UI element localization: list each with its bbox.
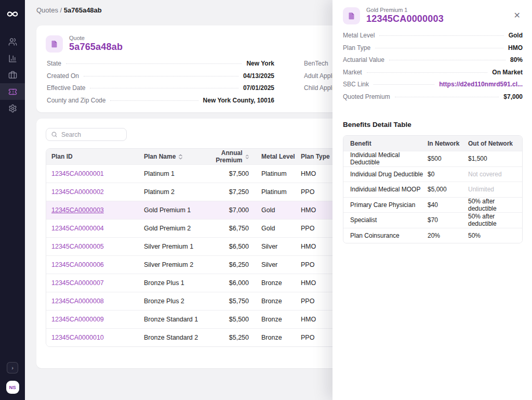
cell-annual-premium: $6,750	[201, 225, 249, 232]
cell-in-network: $0	[428, 171, 468, 178]
plan-id-link[interactable]: 12345CA0000001	[51, 170, 104, 177]
plan-id-link[interactable]: 12345CA0000005	[51, 243, 104, 250]
users-icon	[8, 37, 17, 46]
detail-label: Metal Level	[343, 32, 375, 39]
gear-icon	[8, 104, 17, 113]
cell-plan-id: 12345CA0000006	[51, 261, 144, 268]
detail-row: SBC Linkhttps://d2ed110nmrd591.cl...	[343, 81, 523, 93]
plan-id-link[interactable]: 12345CA0000010	[51, 334, 104, 341]
plan-id-link[interactable]: 12345CA0000007	[51, 279, 104, 287]
dotted-leader	[367, 72, 488, 73]
plan-id-link[interactable]: 12345CA0000004	[51, 225, 104, 232]
benefits-table: Benefit In Network Out of Network Indivi…	[343, 135, 523, 243]
detail-label: BenTech	[304, 60, 328, 67]
detail-row: Effective Date07/01/2025	[47, 84, 274, 97]
app-screen: › NS Quotes / 5a765a48ab Quote 5a765a48a…	[0, 0, 532, 400]
dotted-leader	[379, 35, 503, 36]
plan-id-link[interactable]: 12345CA0000008	[51, 298, 104, 305]
column-header-out-of-network: Out of Network	[468, 140, 522, 147]
cell-metal-level: Gold	[261, 225, 301, 232]
cell-metal-level: Bronze	[261, 298, 301, 305]
benefit-row: Primary Care Physician$4050% after deduc…	[343, 197, 522, 213]
sidebar: › NS	[0, 0, 25, 400]
dotted-leader	[375, 48, 503, 48]
detail-value: New York County, 10016	[203, 97, 274, 104]
search-input[interactable]	[61, 131, 122, 138]
app-logo[interactable]	[5, 8, 20, 22]
drawer-header: Gold Premium 1 12345CA0000003 ✕	[332, 0, 532, 24]
detail-label: Plan Type	[343, 44, 370, 51]
detail-row: Plan TypeHMO	[343, 44, 523, 57]
plan-document-icon-box	[343, 7, 360, 24]
cell-plan-name: Bronze Standard 1	[144, 316, 201, 323]
detail-label: SBC Link	[343, 81, 369, 88]
cell-out-of-network: Unlimited	[468, 186, 522, 193]
sidebar-item-settings[interactable]	[0, 100, 25, 117]
cell-benefit: Primary Care Physician	[350, 201, 428, 209]
detail-value: HMO	[508, 44, 523, 51]
sidebar-item-users[interactable]	[0, 33, 25, 50]
cell-annual-premium: $7,000	[201, 207, 249, 214]
cell-annual-premium: $5,250	[201, 334, 249, 341]
column-header-plan-name[interactable]: Plan Name	[144, 153, 201, 160]
column-header-benefit: Benefit	[350, 140, 428, 147]
detail-value-link[interactable]: https://d2ed110nmrd591.cl...	[439, 81, 523, 88]
benefit-row: Specialist$7050% after deductible	[343, 212, 522, 228]
detail-row: Quoted Premium$7,000	[343, 93, 523, 106]
close-icon[interactable]: ✕	[512, 9, 523, 22]
benefit-row: Individual Drug Deductible$0Not covered	[343, 166, 522, 182]
detail-value: 80%	[510, 56, 523, 63]
detail-label: Market	[343, 69, 362, 76]
sidebar-bottom: › NS	[6, 362, 19, 400]
cell-plan-name: Platinum 2	[144, 188, 201, 196]
detail-label: Quoted Premium	[343, 93, 390, 100]
detail-value: 07/01/2025	[243, 84, 274, 92]
cell-plan-id: 12345CA0000005	[51, 243, 144, 250]
detail-row: Metal LevelGold	[343, 32, 523, 44]
column-header-plan-id[interactable]: Plan ID	[51, 153, 144, 160]
plan-id-link[interactable]: 12345CA0000006	[51, 261, 104, 268]
column-header-annual-premium[interactable]: Annual Premium	[201, 149, 249, 164]
drawer-plan-id: 12345CA0000003	[366, 14, 444, 24]
cell-metal-level: Bronze	[261, 334, 301, 341]
cell-metal-level: Platinum	[261, 170, 301, 177]
cell-annual-premium: $7,250	[201, 188, 249, 196]
cell-plan-id: 12345CA0000008	[51, 298, 144, 305]
cell-plan-name: Silver Premium 1	[144, 243, 201, 250]
detail-value: On Market	[492, 69, 523, 76]
document-icon	[50, 40, 59, 48]
sidebar-item-business[interactable]	[0, 67, 25, 83]
detail-row: Actuarial Value80%	[343, 56, 523, 69]
column-header-metal-level[interactable]: Metal Level	[261, 153, 301, 160]
cell-out-of-network: 50%	[468, 232, 522, 239]
plans-search	[46, 128, 127, 141]
cell-metal-level: Bronze	[261, 279, 301, 287]
sidebar-item-analytics[interactable]	[0, 50, 25, 67]
detail-label: Effective Date	[47, 84, 85, 92]
user-avatar[interactable]: NS	[6, 381, 19, 394]
document-icon	[347, 11, 356, 20]
detail-label: State	[47, 60, 61, 67]
cell-benefit: Individual Medical Deductible	[350, 151, 428, 166]
sidebar-item-quotes[interactable]	[0, 83, 25, 100]
benefit-row: Plan Coinsurance20%50%	[343, 228, 522, 243]
column-header-in-network: In Network	[428, 140, 468, 147]
plan-id-link[interactable]: 12345CA0000002	[51, 188, 104, 196]
drawer-plan-name: Gold Premium 1	[366, 7, 444, 13]
sidebar-expand-button[interactable]: ›	[7, 362, 18, 373]
plan-id-link[interactable]: 12345CA0000009	[51, 316, 104, 323]
detail-label: Actuarial Value	[343, 56, 384, 63]
search-icon	[51, 131, 58, 138]
cell-plan-name: Gold Premium 1	[144, 207, 201, 214]
breadcrumb-section[interactable]: Quotes /	[36, 6, 64, 14]
quote-id-title: 5a765a48ab	[69, 42, 123, 53]
benefit-row: Individual Medical MOOP$5,000Unlimited	[343, 182, 522, 197]
cell-out-of-network: 50% after deductible	[468, 213, 522, 227]
sort-icon[interactable]	[245, 153, 249, 160]
detail-value: Gold	[509, 32, 523, 39]
sort-icon[interactable]	[178, 153, 183, 160]
cell-in-network: $5,000	[428, 186, 468, 193]
benefits-heading: Benefits Detail Table	[343, 121, 532, 128]
cell-in-network: $70	[428, 216, 468, 224]
plan-id-link[interactable]: 12345CA0000003	[51, 207, 104, 214]
